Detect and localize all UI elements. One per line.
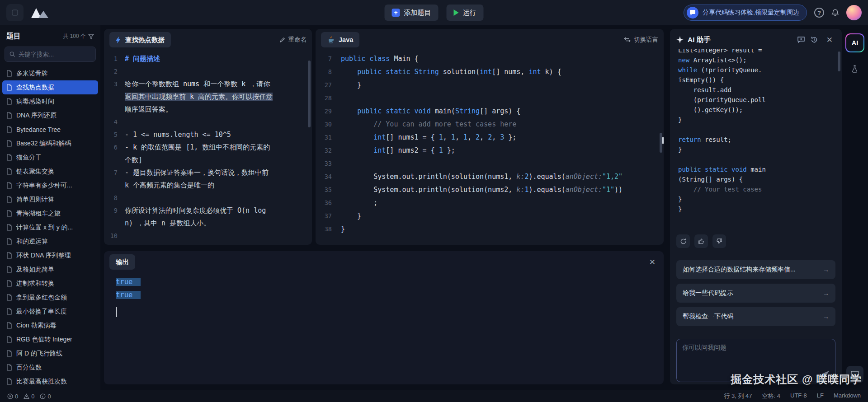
error-indicator: 0	[7, 393, 18, 400]
sidebar-problem-item[interactable]: 和的逆运算	[2, 234, 98, 248]
search-input[interactable]	[18, 51, 91, 58]
switch-language-button[interactable]: 切换语言	[624, 36, 658, 44]
text-run: - 题目数据保证答案唯一，换句话说，数组中前	[125, 168, 269, 177]
code-token: -	[125, 143, 133, 151]
code-token: }	[678, 196, 682, 203]
info-indicator: 0	[40, 393, 51, 400]
help-button[interactable]	[814, 8, 824, 18]
ai-suggested-prompt[interactable]: 如何选择合适的数据结构来存储频率信...→	[676, 260, 835, 279]
sidebar-problem-item[interactable]: 多米诺骨牌	[2, 66, 98, 80]
filter-icon[interactable]	[88, 34, 94, 39]
sidebar-problem-item[interactable]: 字符串有多少种可...	[2, 178, 98, 192]
thumbs-up-button[interactable]	[694, 234, 708, 248]
code-token: }	[678, 146, 682, 153]
problem-tab[interactable]: 查找热点数据	[109, 32, 171, 47]
ai-code-line: }	[678, 194, 835, 204]
problem-scrollbar[interactable]	[308, 61, 311, 127]
ai-scrollbar[interactable]	[838, 51, 840, 71]
app-logo-button[interactable]	[6, 4, 24, 21]
display-mode-button[interactable]	[846, 366, 863, 383]
close-ai-button[interactable]	[824, 35, 835, 45]
eol-setting[interactable]: LF	[817, 392, 824, 400]
output-tab[interactable]: 输出	[109, 254, 135, 270]
thumbs-down-icon	[716, 238, 722, 244]
history-button[interactable]	[811, 36, 818, 43]
sidebar-problem-item[interactable]: Bytedance Tree	[2, 122, 98, 136]
code-token: [] nums1 = {	[386, 133, 439, 141]
code-token: 1	[439, 146, 443, 154]
sidebar-problem-item[interactable]: 青海湖租车之旅	[2, 206, 98, 220]
problem-title: 进制求和转换	[16, 280, 54, 288]
code-token: 给你一个整数数组	[125, 80, 183, 88]
problem-title: 和的逆运算	[16, 238, 48, 246]
sidebar-problem-item[interactable]: Cion 勒索病毒	[2, 318, 98, 332]
user-avatar[interactable]	[846, 5, 862, 20]
line-number: 3	[104, 78, 125, 116]
cursor-position[interactable]: 行 3, 列 47	[724, 392, 752, 400]
sidebar-problem-item[interactable]: 链表聚集交换	[2, 164, 98, 178]
add-problem-button[interactable]: 添加题目	[385, 5, 439, 21]
thumbs-down-button[interactable]	[712, 234, 726, 248]
ai-suggested-prompt[interactable]: 帮我检查一下代码→	[676, 307, 835, 326]
text-run: - 1 <= nums.length <= 10^5	[125, 131, 231, 139]
markdown-text-line: 顺序返回答案。	[125, 103, 312, 116]
code-content[interactable]: 7public class Main {8 public static Stri…	[316, 51, 664, 236]
sidebar-problem-item[interactable]: RGB 色值转 Integer	[2, 332, 98, 346]
sidebar-problem-item[interactable]: 计算位置 x 到 y 的...	[2, 220, 98, 234]
sidebar-problem-item[interactable]: 查找热点数据	[2, 80, 98, 94]
new-chat-button[interactable]	[797, 36, 805, 43]
line-number: 4	[104, 116, 125, 128]
document-icon	[6, 210, 12, 217]
language-mode[interactable]: Markdown	[834, 392, 861, 400]
sidebar-problem-item[interactable]: 百分位数	[2, 360, 98, 374]
line-number: 1	[104, 52, 125, 65]
sidebar-problem-item[interactable]: 猫鱼分干	[2, 150, 98, 164]
selected-output-text: true	[116, 278, 141, 286]
code-token: System.out.println(solution(nums2,	[341, 186, 516, 194]
code-row: 30 // You can add more test cases here	[316, 118, 664, 131]
encoding[interactable]: UTF-8	[790, 392, 807, 400]
rename-button[interactable]: 重命名	[279, 36, 307, 44]
sidebar-problem-item[interactable]: 进制求和转换	[2, 276, 98, 290]
sidebar-problem-item[interactable]: 最小替换子串长度	[2, 304, 98, 318]
regenerate-button[interactable]	[676, 234, 690, 248]
sidebar-problem-item[interactable]: 拿到最多红包金额	[2, 290, 98, 304]
ai-question-input[interactable]	[682, 344, 830, 371]
code-token: isEmpty()) {	[678, 76, 724, 84]
code-token: "1"	[602, 186, 614, 194]
sidebar-problem-item[interactable]: 简单四则计算	[2, 192, 98, 206]
code-token: }	[341, 225, 345, 233]
document-icon	[6, 294, 12, 301]
ai-toggle-button[interactable]: AI	[845, 33, 864, 52]
problems-indicators[interactable]: 000	[7, 393, 51, 400]
sidebar-problem-item[interactable]: 比赛最高获胜次数	[2, 374, 98, 388]
code-line	[341, 92, 664, 105]
problem-content[interactable]: 1# 问题描述23给你一个整数数组 nums 和一个整数 k ，请你返回其中出现…	[104, 51, 312, 242]
problem-panel: 查找热点数据 重命名 1# 问题描述23给你一个整数数组 nums 和一个整数 …	[104, 29, 312, 245]
lab-button[interactable]	[851, 65, 859, 73]
code-row: 33	[316, 157, 664, 170]
send-button[interactable]	[822, 370, 830, 378]
code-line: public static String solution(int[] nums…	[341, 65, 664, 79]
problem-title: 病毒感染时间	[16, 98, 54, 106]
close-output-button[interactable]	[646, 257, 658, 267]
output-content[interactable]: truetrue	[104, 273, 664, 317]
ai-suggested-prompt[interactable]: 给我一些代码提示→	[676, 284, 835, 303]
promo-banner[interactable]: 分享代码练习体验,领限量定制周边	[684, 5, 807, 21]
code-token: ArrayList<>();	[689, 56, 746, 64]
sidebar-problem-item[interactable]: 环状 DNA 序列整理	[2, 248, 98, 262]
sidebar-problem-item[interactable]: 病毒感染时间	[2, 94, 98, 108]
brand-logo	[31, 6, 49, 19]
sidebar-problem-item[interactable]: 及格如此简单	[2, 262, 98, 276]
sidebar-problem-item[interactable]: Base32 编码和解码	[2, 136, 98, 150]
indent-setting[interactable]: 空格: 4	[762, 392, 780, 400]
ai-code-line: ().getKey());	[678, 105, 835, 115]
code-line: int[] nums1 = { 1, 1, 1, 2, 2, 3 };	[341, 131, 664, 144]
run-button[interactable]: 运行	[447, 5, 484, 21]
code-row: 38}	[316, 223, 664, 236]
notifications-button[interactable]	[831, 9, 839, 17]
sidebar-problem-item[interactable]: DNA 序列还原	[2, 108, 98, 122]
line-number: 7	[104, 166, 125, 192]
language-tab[interactable]: Java	[321, 32, 359, 47]
sidebar-problem-item[interactable]: 阿 D 的飞行路线	[2, 346, 98, 360]
